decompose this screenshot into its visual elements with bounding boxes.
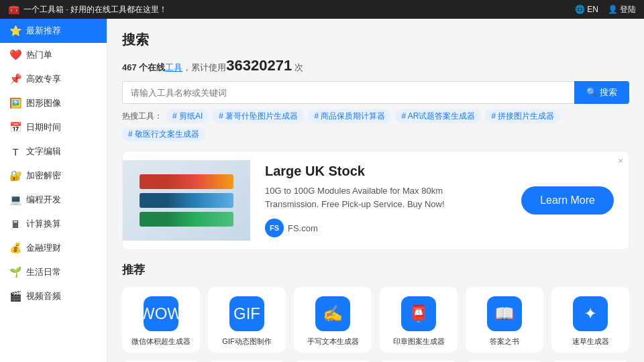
image-icon: 🖼️ [9,97,21,109]
search-section-title: 搜索 [122,31,629,49]
tool-grid: WOW 微信体积超生成器 GIF GIF动态图制作 ✍ 手写文本生成器 📮 印章… [122,287,629,362]
sidebar-item-video[interactable]: 🎬视频音频 [0,284,107,308]
sidebar-item-life[interactable]: 🌱生活日常 [0,260,107,284]
encrypt-icon: 🔐 [9,170,21,182]
text-icon: T [9,146,21,158]
sidebar-item-encrypt[interactable]: 🔐加密解密 [0,164,107,188]
ad-right: Learn More [506,174,629,227]
video-icon: 🎬 [9,290,21,302]
tool-card-stamp[interactable]: 📮 印章图案生成器 [380,287,458,353]
hot-tag-3[interactable]: 商品保质期计算器 [308,109,391,123]
topbar: 🧰 一个工具箱 · 好用的在线工具都在这里！ 🌐 EN 👤 登陆 [0,0,644,19]
recommend-title: 推荐 [122,262,629,278]
tool-card-handwrite[interactable]: ✍ 手写文本生成器 [294,287,372,353]
hot-tag-6[interactable]: 敬医行文案生成器 [122,127,205,141]
sidebar-item-diary[interactable]: 📅日期时间 [0,115,107,139]
tool-label-stamp: 印章图案生成器 [393,337,445,346]
sidebar-item-text[interactable]: T文字编辑 [0,139,107,164]
user-icon: 👤 [608,5,618,14]
tool-label-wow: 微信体积超生成器 [131,337,191,346]
hot-tag-2[interactable]: 薯哥什坠图片生成器 [213,109,304,123]
ad-image [123,160,250,241]
tool-count: 467 个在线工具，累计使用36320271 次 [122,62,303,72]
life-icon: 🌱 [9,266,21,278]
search-stats: 467 个在线工具，累计使用36320271 次 [122,57,629,74]
hot-tag-5[interactable]: 拼接图片生成器 [485,109,560,123]
sidebar-item-recommend[interactable]: ⭐最新推荐 [0,19,107,43]
sketch-icon: ✦ [573,296,608,331]
sidebar-item-share[interactable]: 📌高效专享 [0,67,107,91]
recommend-icon: ⭐ [9,25,21,37]
tool-card-book[interactable]: 📖 答案之书 [466,287,543,353]
tool-label-sketch: 速草生成器 [572,337,609,346]
main-content: 搜索 467 个在线工具，累计使用36320271 次 🔍 搜索 热搜工具： 剪… [107,19,644,362]
ad-close-button[interactable]: × [618,156,623,166]
finance-icon: 💰 [9,242,21,254]
handwrite-icon: ✍ [315,296,350,331]
topbar-title: 一个工具箱 · 好用的在线工具都在这里！ [23,4,575,15]
tool-card-sketch[interactable]: ✦ 速草生成器 [551,287,629,353]
dev-icon: 💻 [9,194,21,206]
stamp-icon: 📮 [401,296,436,331]
book-icon: 📖 [487,296,522,331]
wow-icon: WOW [144,296,178,331]
language-switcher[interactable]: 🌐 EN [575,4,598,15]
login-button[interactable]: 👤 登陆 [608,4,636,15]
hot-tag-4[interactable]: AR试题答案生成器 [395,109,481,123]
sidebar-item-favorites[interactable]: ❤️热门单 [0,43,107,67]
sidebar-item-calc[interactable]: 🖩计算换算 [0,212,107,236]
search-button[interactable]: 🔍 搜索 [574,81,629,104]
globe-icon: 🌐 [575,5,585,14]
sidebar-item-dev[interactable]: 💻编程开发 [0,188,107,212]
ad-brand: FS FS.com [265,219,492,237]
ad-banner: Large UK Stock 10G to 100G Modules Avail… [122,151,629,250]
gif-icon: GIF [229,296,264,331]
sidebar-item-finance[interactable]: 💰金融理财 [0,236,107,260]
hot-tag-1[interactable]: 剪纸AI [166,109,209,123]
calc-icon: 🖩 [9,219,21,230]
tool-label-book: 答案之书 [490,337,519,346]
tool-card-wow[interactable]: WOW 微信体积超生成器 [122,287,200,353]
learn-more-button[interactable]: Learn More [521,186,614,215]
ad-content: Large UK Stock 10G to 100G Modules Avail… [250,152,506,249]
favorites-icon: ❤️ [9,49,21,61]
brand-logo: FS [265,219,284,237]
ad-description: 10G to 100G Modules Available for Max 80… [265,184,492,210]
tool-label-handwrite: 手写文本生成器 [307,337,359,346]
recommend-section: 推荐 WOW 微信体积超生成器 GIF GIF动态图制作 ✍ 手写文本生成器 📮… [122,262,629,362]
toolbox-icon: 🧰 [8,4,19,15]
tool-card-gif[interactable]: GIF GIF动态图制作 [208,287,286,353]
diary-icon: 📅 [9,121,21,133]
search-input[interactable] [122,81,574,104]
brand-name: FS.com [288,223,318,233]
search-section: 搜索 467 个在线工具，累计使用36320271 次 🔍 搜索 热搜工具： 剪… [122,31,629,141]
hot-tools-bar: 热搜工具： 剪纸AI 薯哥什坠图片生成器 商品保质期计算器 AR试题答案生成器 … [122,109,629,141]
sidebar-item-image[interactable]: 🖼️图形图像 [0,91,107,115]
ad-title: Large UK Stock [265,164,492,179]
share-icon: 📌 [9,73,21,85]
sidebar: ⭐最新推荐❤️热门单📌高效专享🖼️图形图像📅日期时间T文字编辑🔐加密解密💻编程开… [0,19,107,362]
search-bar: 🔍 搜索 [122,81,629,104]
hot-tools-label: 热搜工具： [122,111,162,122]
tool-label-gif: GIF动态图制作 [222,337,271,346]
